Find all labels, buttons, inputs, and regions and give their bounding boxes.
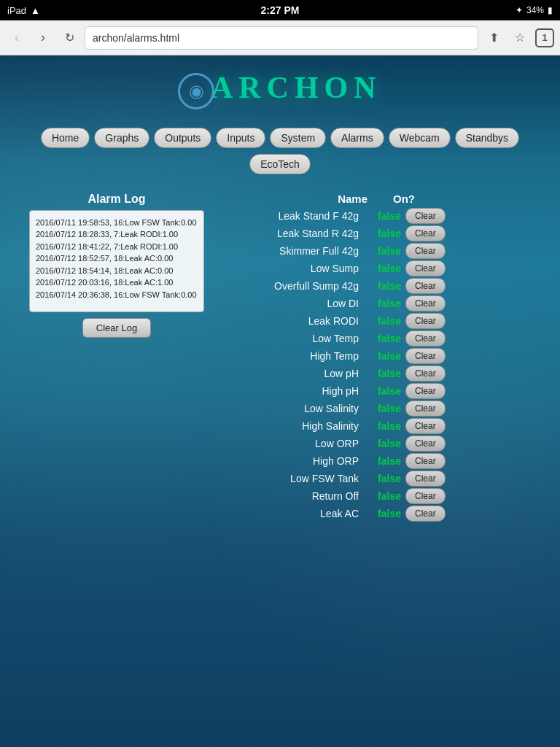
alarm-log-entry: 2016/07/12 18:54:14, 18:Leak AC:0.00: [36, 265, 198, 277]
alarm-status: false: [365, 368, 401, 379]
alarm-status: false: [365, 245, 401, 257]
alarm-clear-button[interactable]: Clear: [405, 418, 446, 434]
alarm-name: Low DI: [219, 298, 365, 309]
url-text: archon/alarms.html: [93, 32, 179, 44]
status-time: 2:27 PM: [261, 4, 300, 16]
alarm-table-header: Name On?: [219, 193, 531, 205]
logo-icon: [178, 73, 214, 109]
alarm-row: High pHfalseClear: [219, 383, 531, 399]
alarm-status: false: [365, 298, 401, 309]
alarm-status: false: [365, 473, 401, 484]
alarm-log-title: Alarm Log: [29, 193, 204, 206]
forward-button[interactable]: ›: [32, 27, 54, 49]
alarm-clear-button[interactable]: Clear: [405, 243, 446, 259]
alarm-name: High Temp: [219, 350, 365, 362]
nav-row-1: Home Graphs Outputs Inputs System Alarms…: [41, 128, 519, 148]
alarm-row: Return OfffalseClear: [219, 488, 531, 504]
alarm-status: false: [365, 438, 401, 449]
alarm-log-entry: 2016/07/12 18:41:22, 7:Leak RODI:1.00: [36, 241, 198, 253]
alarm-clear-button[interactable]: Clear: [405, 506, 446, 522]
alarm-row: Low SalinityfalseClear: [219, 400, 531, 417]
alarm-log-entry: 2016/07/12 20:03:16, 18:Leak AC:1.00: [36, 276, 198, 289]
status-bar: iPad ▲ 2:27 PM ✦ 34% ▮: [0, 0, 560, 20]
alarm-status: false: [365, 333, 401, 344]
alarm-status: false: [365, 210, 401, 222]
alarm-log-entry: 2016/07/12 18:52:57, 18:Leak AC:0.00: [36, 252, 198, 265]
refresh-button[interactable]: ↻: [58, 27, 80, 49]
alarm-row: Leak Stand F 42gfalseClear: [219, 208, 531, 224]
status-left: iPad ▲: [7, 5, 40, 16]
alarm-table-section: Name On? Leak Stand F 42gfalseClearLeak …: [219, 193, 531, 523]
alarm-log-entry: 2016/07/12 18:28:33, 7:Leak RODI:1.00: [36, 228, 198, 241]
alarm-row: High ORPfalseClear: [219, 453, 531, 469]
alarm-row: Low DIfalseClear: [219, 295, 531, 311]
header-name: Name: [222, 193, 368, 205]
nav-standbys[interactable]: Standbys: [455, 128, 519, 148]
alarm-name: Leak Stand F 42g: [219, 210, 365, 222]
nav-alarms[interactable]: Alarms: [330, 128, 384, 148]
nav-graphs[interactable]: Graphs: [94, 128, 149, 148]
alarm-status: false: [365, 455, 401, 467]
alarm-log-entry: 2016/07/11 19:58:53, 16:Low FSW Tank:0.0…: [36, 217, 198, 229]
tab-count[interactable]: 1: [535, 28, 554, 47]
alarm-log-entry: 2016/07/14 20:36:38, 16:Low FSW Tank:0.0…: [36, 289, 198, 301]
alarm-name: High Salinity: [219, 420, 365, 432]
url-bar[interactable]: archon/alarms.html: [85, 26, 478, 50]
header-on: On?: [375, 193, 433, 205]
nav-ecotech[interactable]: EcoTech: [249, 154, 311, 174]
alarm-clear-button[interactable]: Clear: [405, 471, 446, 487]
alarm-row: High TempfalseClear: [219, 348, 531, 364]
alarm-name: Overfull Sump 42g: [219, 280, 365, 292]
alarm-row: Skimmer Full 42gfalseClear: [219, 243, 531, 259]
alarm-row: Leak Stand R 42gfalseClear: [219, 225, 531, 241]
alarm-clear-button[interactable]: Clear: [405, 436, 446, 452]
alarm-name: Skimmer Full 42g: [219, 245, 365, 257]
main-content: Alarm Log 2016/07/11 19:58:53, 16:Low FS…: [0, 182, 560, 534]
alarm-status: false: [365, 420, 401, 432]
alarm-status: false: [365, 263, 401, 274]
bookmark-button[interactable]: ☆: [509, 27, 531, 49]
alarm-clear-button[interactable]: Clear: [405, 278, 446, 294]
status-right: ✦ 34% ▮: [516, 5, 553, 15]
alarm-clear-button[interactable]: Clear: [405, 208, 446, 224]
alarm-status: false: [365, 490, 401, 502]
nav-row-2: EcoTech: [249, 154, 311, 174]
nav-webcam[interactable]: Webcam: [389, 128, 451, 148]
nav-inputs[interactable]: Inputs: [216, 128, 265, 148]
alarm-row: Low pHfalseClear: [219, 365, 531, 382]
alarm-name: Leak AC: [219, 508, 365, 519]
alarm-clear-button[interactable]: Clear: [405, 400, 446, 417]
alarm-log-box: 2016/07/11 19:58:53, 16:Low FSW Tank:0.0…: [29, 210, 204, 312]
alarm-name: Low Salinity: [219, 403, 365, 414]
nav-home[interactable]: Home: [41, 128, 90, 148]
alarm-name: High ORP: [219, 455, 365, 467]
alarm-clear-button[interactable]: Clear: [405, 260, 446, 276]
alarm-clear-button[interactable]: Clear: [405, 453, 446, 469]
alarm-clear-button[interactable]: Clear: [405, 383, 446, 399]
alarm-name: Leak Stand R 42g: [219, 228, 365, 239]
bluetooth-icon: ✦: [516, 5, 523, 15]
alarm-status: false: [365, 315, 401, 327]
alarm-clear-button[interactable]: Clear: [405, 365, 446, 382]
alarm-name: Leak RODI: [219, 315, 365, 327]
alarm-clear-button[interactable]: Clear: [405, 225, 446, 241]
alarm-name: Low FSW Tank: [219, 473, 365, 484]
browser-bar: ‹ › ↻ archon/alarms.html ⬆ ☆ 1: [0, 20, 560, 55]
share-button[interactable]: ⬆: [483, 27, 505, 49]
alarm-row: Low TempfalseClear: [219, 330, 531, 347]
back-button[interactable]: ‹: [6, 27, 28, 49]
clear-log-button[interactable]: Clear Log: [82, 318, 151, 338]
alarm-clear-button[interactable]: Clear: [405, 295, 446, 311]
nav-system[interactable]: System: [270, 128, 326, 148]
alarm-clear-button[interactable]: Clear: [405, 313, 446, 329]
alarm-status: false: [365, 350, 401, 362]
alarm-name: Low Sump: [219, 263, 365, 274]
alarm-name: Low ORP: [219, 438, 365, 449]
alarm-clear-button[interactable]: Clear: [405, 488, 446, 504]
alarm-clear-button[interactable]: Clear: [405, 330, 446, 347]
alarm-clear-button[interactable]: Clear: [405, 348, 446, 364]
nav-outputs[interactable]: Outputs: [154, 128, 211, 148]
alarm-row: Low ORPfalseClear: [219, 436, 531, 452]
navigation: Home Graphs Outputs Inputs System Alarms…: [0, 128, 560, 174]
alarm-status: false: [365, 403, 401, 414]
